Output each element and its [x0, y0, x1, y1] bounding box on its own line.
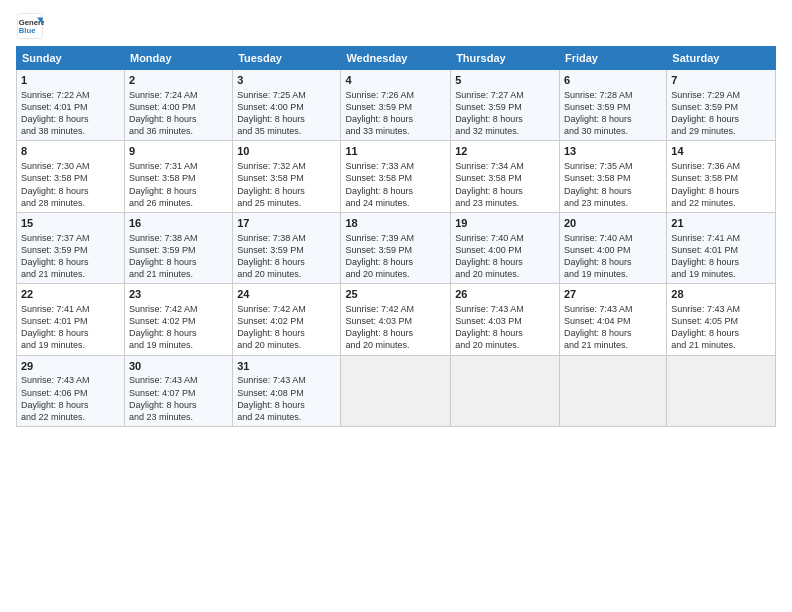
day-detail: Sunrise: 7:43 AMSunset: 4:04 PMDaylight:… — [564, 303, 662, 352]
day-detail: Sunrise: 7:24 AMSunset: 4:00 PMDaylight:… — [129, 89, 228, 138]
header-cell-friday: Friday — [559, 47, 666, 70]
day-cell: 31Sunrise: 7:43 AMSunset: 4:08 PMDayligh… — [233, 355, 341, 426]
day-number: 28 — [671, 287, 771, 302]
day-cell: 21Sunrise: 7:41 AMSunset: 4:01 PMDayligh… — [667, 212, 776, 283]
day-detail: Sunrise: 7:43 AMSunset: 4:06 PMDaylight:… — [21, 374, 120, 423]
day-cell: 19Sunrise: 7:40 AMSunset: 4:00 PMDayligh… — [451, 212, 560, 283]
logo: General Blue — [16, 12, 47, 40]
day-number: 25 — [345, 287, 446, 302]
day-detail: Sunrise: 7:28 AMSunset: 3:59 PMDaylight:… — [564, 89, 662, 138]
day-detail: Sunrise: 7:42 AMSunset: 4:03 PMDaylight:… — [345, 303, 446, 352]
day-cell — [341, 355, 451, 426]
day-detail: Sunrise: 7:39 AMSunset: 3:59 PMDaylight:… — [345, 232, 446, 281]
day-number: 19 — [455, 216, 555, 231]
day-detail: Sunrise: 7:25 AMSunset: 4:00 PMDaylight:… — [237, 89, 336, 138]
day-detail: Sunrise: 7:43 AMSunset: 4:08 PMDaylight:… — [237, 374, 336, 423]
header-row: SundayMondayTuesdayWednesdayThursdayFrid… — [17, 47, 776, 70]
calendar-table: SundayMondayTuesdayWednesdayThursdayFrid… — [16, 46, 776, 427]
day-detail: Sunrise: 7:32 AMSunset: 3:58 PMDaylight:… — [237, 160, 336, 209]
day-detail: Sunrise: 7:41 AMSunset: 4:01 PMDaylight:… — [671, 232, 771, 281]
day-cell: 2Sunrise: 7:24 AMSunset: 4:00 PMDaylight… — [124, 70, 232, 141]
day-detail: Sunrise: 7:34 AMSunset: 3:58 PMDaylight:… — [455, 160, 555, 209]
week-row-3: 15Sunrise: 7:37 AMSunset: 3:59 PMDayligh… — [17, 212, 776, 283]
day-number: 24 — [237, 287, 336, 302]
day-number: 29 — [21, 359, 120, 374]
header: General Blue — [16, 12, 776, 40]
day-cell — [667, 355, 776, 426]
day-cell: 10Sunrise: 7:32 AMSunset: 3:58 PMDayligh… — [233, 141, 341, 212]
day-detail: Sunrise: 7:29 AMSunset: 3:59 PMDaylight:… — [671, 89, 771, 138]
day-number: 12 — [455, 144, 555, 159]
day-cell: 5Sunrise: 7:27 AMSunset: 3:59 PMDaylight… — [451, 70, 560, 141]
page: General Blue SundayMondayTuesdayWednesda… — [0, 0, 792, 612]
day-number: 18 — [345, 216, 446, 231]
logo-icon: General Blue — [16, 12, 44, 40]
day-number: 22 — [21, 287, 120, 302]
day-detail: Sunrise: 7:38 AMSunset: 3:59 PMDaylight:… — [237, 232, 336, 281]
day-detail: Sunrise: 7:26 AMSunset: 3:59 PMDaylight:… — [345, 89, 446, 138]
day-detail: Sunrise: 7:42 AMSunset: 4:02 PMDaylight:… — [129, 303, 228, 352]
day-detail: Sunrise: 7:31 AMSunset: 3:58 PMDaylight:… — [129, 160, 228, 209]
day-detail: Sunrise: 7:38 AMSunset: 3:59 PMDaylight:… — [129, 232, 228, 281]
day-cell — [559, 355, 666, 426]
day-cell: 18Sunrise: 7:39 AMSunset: 3:59 PMDayligh… — [341, 212, 451, 283]
day-cell: 11Sunrise: 7:33 AMSunset: 3:58 PMDayligh… — [341, 141, 451, 212]
day-number: 26 — [455, 287, 555, 302]
day-detail: Sunrise: 7:33 AMSunset: 3:58 PMDaylight:… — [345, 160, 446, 209]
day-number: 13 — [564, 144, 662, 159]
day-number: 23 — [129, 287, 228, 302]
header-cell-saturday: Saturday — [667, 47, 776, 70]
day-cell: 26Sunrise: 7:43 AMSunset: 4:03 PMDayligh… — [451, 284, 560, 355]
day-detail: Sunrise: 7:41 AMSunset: 4:01 PMDaylight:… — [21, 303, 120, 352]
header-cell-wednesday: Wednesday — [341, 47, 451, 70]
day-detail: Sunrise: 7:43 AMSunset: 4:03 PMDaylight:… — [455, 303, 555, 352]
day-number: 6 — [564, 73, 662, 88]
day-cell: 15Sunrise: 7:37 AMSunset: 3:59 PMDayligh… — [17, 212, 125, 283]
day-number: 9 — [129, 144, 228, 159]
header-cell-monday: Monday — [124, 47, 232, 70]
day-cell: 25Sunrise: 7:42 AMSunset: 4:03 PMDayligh… — [341, 284, 451, 355]
day-cell: 13Sunrise: 7:35 AMSunset: 3:58 PMDayligh… — [559, 141, 666, 212]
day-detail: Sunrise: 7:40 AMSunset: 4:00 PMDaylight:… — [564, 232, 662, 281]
day-cell: 28Sunrise: 7:43 AMSunset: 4:05 PMDayligh… — [667, 284, 776, 355]
week-row-5: 29Sunrise: 7:43 AMSunset: 4:06 PMDayligh… — [17, 355, 776, 426]
day-detail: Sunrise: 7:22 AMSunset: 4:01 PMDaylight:… — [21, 89, 120, 138]
day-number: 27 — [564, 287, 662, 302]
day-cell: 23Sunrise: 7:42 AMSunset: 4:02 PMDayligh… — [124, 284, 232, 355]
day-number: 15 — [21, 216, 120, 231]
day-detail: Sunrise: 7:43 AMSunset: 4:07 PMDaylight:… — [129, 374, 228, 423]
day-number: 1 — [21, 73, 120, 88]
calendar-header: SundayMondayTuesdayWednesdayThursdayFrid… — [17, 47, 776, 70]
day-cell: 7Sunrise: 7:29 AMSunset: 3:59 PMDaylight… — [667, 70, 776, 141]
day-detail: Sunrise: 7:36 AMSunset: 3:58 PMDaylight:… — [671, 160, 771, 209]
day-cell: 14Sunrise: 7:36 AMSunset: 3:58 PMDayligh… — [667, 141, 776, 212]
day-detail: Sunrise: 7:42 AMSunset: 4:02 PMDaylight:… — [237, 303, 336, 352]
day-detail: Sunrise: 7:27 AMSunset: 3:59 PMDaylight:… — [455, 89, 555, 138]
day-number: 31 — [237, 359, 336, 374]
day-number: 5 — [455, 73, 555, 88]
week-row-2: 8Sunrise: 7:30 AMSunset: 3:58 PMDaylight… — [17, 141, 776, 212]
day-detail: Sunrise: 7:35 AMSunset: 3:58 PMDaylight:… — [564, 160, 662, 209]
day-number: 14 — [671, 144, 771, 159]
day-cell: 3Sunrise: 7:25 AMSunset: 4:00 PMDaylight… — [233, 70, 341, 141]
day-number: 10 — [237, 144, 336, 159]
day-cell: 6Sunrise: 7:28 AMSunset: 3:59 PMDaylight… — [559, 70, 666, 141]
week-row-4: 22Sunrise: 7:41 AMSunset: 4:01 PMDayligh… — [17, 284, 776, 355]
day-detail: Sunrise: 7:40 AMSunset: 4:00 PMDaylight:… — [455, 232, 555, 281]
header-cell-tuesday: Tuesday — [233, 47, 341, 70]
day-number: 21 — [671, 216, 771, 231]
day-number: 4 — [345, 73, 446, 88]
day-cell — [451, 355, 560, 426]
day-cell: 1Sunrise: 7:22 AMSunset: 4:01 PMDaylight… — [17, 70, 125, 141]
day-cell: 9Sunrise: 7:31 AMSunset: 3:58 PMDaylight… — [124, 141, 232, 212]
calendar-body: 1Sunrise: 7:22 AMSunset: 4:01 PMDaylight… — [17, 70, 776, 427]
day-cell: 8Sunrise: 7:30 AMSunset: 3:58 PMDaylight… — [17, 141, 125, 212]
day-number: 3 — [237, 73, 336, 88]
day-cell: 27Sunrise: 7:43 AMSunset: 4:04 PMDayligh… — [559, 284, 666, 355]
day-detail: Sunrise: 7:37 AMSunset: 3:59 PMDaylight:… — [21, 232, 120, 281]
day-cell: 4Sunrise: 7:26 AMSunset: 3:59 PMDaylight… — [341, 70, 451, 141]
day-cell: 30Sunrise: 7:43 AMSunset: 4:07 PMDayligh… — [124, 355, 232, 426]
header-cell-thursday: Thursday — [451, 47, 560, 70]
day-number: 30 — [129, 359, 228, 374]
svg-text:Blue: Blue — [19, 26, 36, 35]
